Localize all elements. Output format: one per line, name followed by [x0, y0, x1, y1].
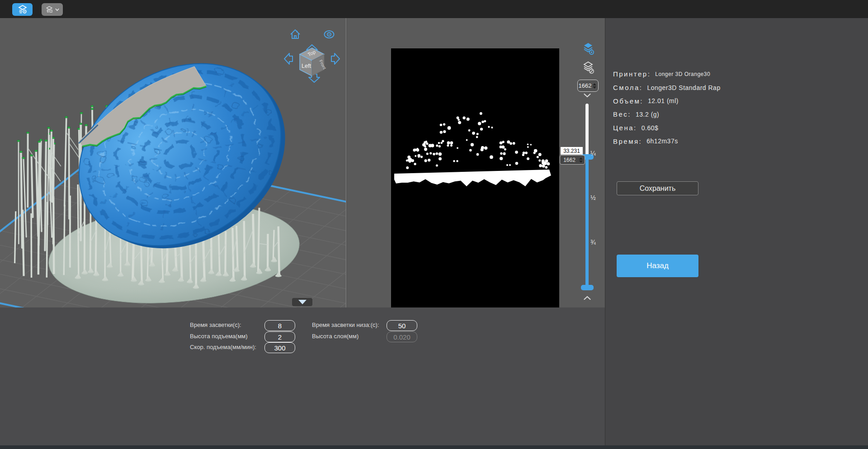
fraction-three-quarter-label: ¾ [590, 239, 596, 246]
bottom-exposure-time-input[interactable] [387, 320, 417, 331]
lift-speed-label: Скор. подъема(мм/мин): [190, 344, 256, 350]
arrow-right-icon[interactable] [331, 53, 340, 64]
cube-front-label: Left [302, 63, 311, 69]
layer-thickness-input [387, 331, 417, 342]
arrow-left-icon[interactable] [284, 53, 292, 64]
weight-row: Вес: 13.2 (g) [613, 108, 721, 121]
layer-step-down-chevron-icon[interactable] [584, 93, 591, 98]
printer-row: Принтер: Longer 3D Orange30 [613, 67, 721, 81]
save-button[interactable]: Сохранить [617, 181, 698, 195]
layer-slider-track-upper[interactable] [585, 104, 589, 157]
price-label: Цена: [613, 124, 637, 132]
exposure-time-label: Время засветки(с): [190, 321, 241, 328]
weight-label: Вес: [613, 110, 631, 118]
triangle-down-icon [298, 300, 307, 304]
chevron-down-icon [55, 8, 59, 11]
slice-layers-icon [17, 4, 28, 15]
time-row: Время: 6h12m37s [613, 134, 721, 148]
info-rows: Принтер: Longer 3D Orange30 Смола: Longe… [613, 67, 721, 148]
nav-cluster: Top Left Front [284, 30, 340, 82]
status-bar [0, 445, 868, 449]
eye-icon[interactable] [325, 31, 334, 38]
home-icon[interactable] [291, 30, 300, 38]
spinner-arrows-icon[interactable] [579, 157, 583, 163]
volume-label: Объем: [613, 97, 643, 105]
volume-value: 12.01 (ml) [648, 97, 679, 104]
printer-label: Принтер: [613, 70, 651, 78]
current-layer-spinner[interactable]: 1662 [560, 155, 585, 165]
current-layer-value: 1662 [560, 157, 579, 163]
layer-step-up-chevron-icon[interactable] [584, 296, 591, 300]
slice-layers-box-icon [45, 5, 53, 14]
price-row: Цена: 0.60$ [613, 121, 721, 135]
show-layers-icon[interactable] [581, 43, 595, 55]
time-value: 6h12m37s [646, 137, 678, 145]
layer-count-spinner[interactable]: 1662 [577, 80, 599, 92]
resin-row: Смола: Longer3D Standard Rap [613, 81, 721, 95]
collapse-panel-button[interactable] [292, 298, 312, 306]
slice-preview [391, 48, 559, 307]
layer-slider-endcap[interactable] [581, 285, 594, 290]
print-settings-panel: Время засветки(с): Высота подъема(мм) Ск… [0, 307, 605, 445]
weight-value: 13.2 (g) [636, 111, 659, 118]
workspace: Top Left Front [0, 18, 605, 307]
top-toolbar [0, 0, 868, 18]
lift-height-input[interactable] [264, 331, 295, 342]
layer-slider-track-lower[interactable] [585, 156, 589, 288]
spinner-arrows-icon[interactable] [592, 83, 597, 89]
layer-height-tooltip: 33.231 [561, 147, 583, 155]
resin-value: Longer3D Standard Rap [647, 84, 720, 91]
fraction-quarter-label: ¼ [590, 150, 596, 157]
bottom-exposure-time-label: Время засветки низа:(с): [312, 321, 379, 328]
layer-count-value: 1662 [578, 82, 592, 89]
lift-speed-input[interactable] [264, 342, 295, 353]
app-window: Top Left Front [0, 0, 868, 449]
printer-value: Longer 3D Orange30 [655, 71, 710, 77]
nav-cube[interactable]: Top Left Front [300, 48, 327, 76]
layer-thickness-label: Высота слоя(мм) [312, 333, 359, 340]
volume-row: Объем: 12.01 (ml) [613, 94, 721, 108]
panel-divider[interactable] [346, 18, 346, 307]
viewport-3d[interactable]: Top Left Front [0, 18, 346, 307]
price-value: 0.60$ [642, 124, 659, 132]
time-label: Время: [613, 137, 642, 145]
hide-layers-icon[interactable] [581, 61, 595, 74]
print-info-panel: Принтер: Longer 3D Orange30 Смола: Longe… [605, 18, 868, 449]
fraction-half-label: ½ [590, 194, 596, 201]
slice-view-button[interactable] [12, 3, 33, 16]
lift-height-label: Высота подъема(мм) [190, 333, 248, 340]
slice-export-button[interactable] [42, 3, 63, 16]
back-button[interactable]: Назад [617, 255, 698, 277]
exposure-time-input[interactable] [264, 320, 295, 331]
resin-label: Смола: [613, 84, 642, 91]
